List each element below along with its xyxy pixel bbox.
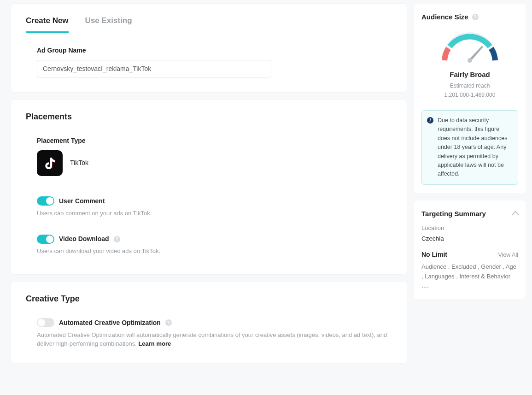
placements-title: Placements	[26, 111, 392, 123]
video-download-label: Video Download	[59, 234, 109, 244]
audience-size-card: Audience Size	[414, 4, 526, 193]
audience-notice: Due to data security requirements, this …	[421, 110, 518, 185]
aco-hint: Automated Creative Optimization will aut…	[37, 330, 392, 348]
aco-toggle[interactable]	[37, 318, 54, 327]
placements-card: Placements Placement Type TikTok	[11, 100, 407, 274]
placement-type-label: Placement Type	[37, 136, 392, 146]
view-all-link[interactable]: View All	[498, 251, 518, 259]
estimated-reach-range: 1,201,000-1,469,000	[444, 91, 496, 99]
user-comment-hint: Users can comment on your ads on TikTok.	[37, 209, 392, 218]
targeting-tags: Audience , Excluded , Gender , Age , Lan…	[421, 262, 518, 291]
aco-label: Automated Creative Optimization	[59, 318, 161, 328]
audience-size-title: Audience Size	[421, 12, 468, 23]
adgroup-tabs: Create New Use Existing	[26, 15, 392, 33]
svg-point-1	[468, 58, 472, 63]
targeting-summary-title: Targeting Summary	[421, 209, 486, 219]
placement-tiktok-label: TikTok	[70, 158, 88, 168]
audience-notice-text: Due to data security requirements, this …	[438, 117, 508, 177]
video-download-toggle[interactable]	[37, 235, 54, 244]
chevron-up-icon	[512, 211, 520, 218]
user-comment-label: User Comment	[59, 196, 105, 206]
gauge-label: Fairly Broad	[450, 70, 490, 80]
help-icon[interactable]	[165, 319, 172, 326]
estimated-reach-label: Estimated reach	[450, 82, 490, 90]
placement-tiktok-row: TikTok	[37, 150, 392, 176]
tab-create-new[interactable]: Create New	[26, 15, 69, 33]
help-icon[interactable]	[472, 14, 479, 20]
learn-more-link[interactable]: Learn more	[138, 340, 171, 347]
ad-group-name-label: Ad Group Name	[37, 46, 392, 55]
user-comment-toggle[interactable]	[37, 196, 54, 206]
help-icon[interactable]	[114, 236, 120, 242]
creative-card: Creative Type Automated Creative Optimiz…	[11, 282, 407, 363]
ad-group-name-input[interactable]	[37, 60, 271, 77]
video-download-hint: Users can download your video ads on Tik…	[37, 247, 392, 256]
targeting-summary-header[interactable]: Targeting Summary	[421, 209, 518, 219]
targeting-summary-card: Targeting Summary Location Czechia No Li…	[414, 200, 526, 300]
tab-use-existing[interactable]: Use Existing	[85, 15, 132, 33]
aco-hint-text: Automated Creative Optimization will aut…	[37, 331, 387, 348]
creative-type-title: Creative Type	[26, 293, 392, 305]
location-value: Czechia	[421, 234, 518, 243]
ad-group-card: Create New Use Existing Ad Group Name	[11, 4, 407, 92]
tiktok-icon	[37, 150, 63, 176]
no-limit-label: No Limit	[421, 250, 447, 259]
info-icon	[427, 117, 433, 124]
location-label: Location	[421, 224, 518, 233]
audience-gauge: Fairly Broad Estimated reach 1,201,000-1…	[421, 24, 518, 104]
